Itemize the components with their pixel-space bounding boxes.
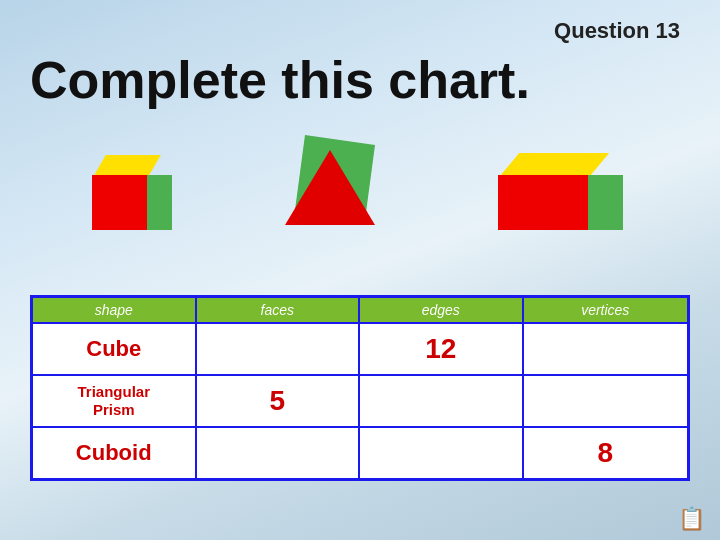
cell-cuboid-shape: Cuboid [33,428,197,478]
cell-cube-faces [197,324,361,374]
cuboid-right-face [588,175,623,230]
question-label: Question 13 [554,18,680,44]
prism-shape [275,130,395,230]
cube-shape [92,150,172,230]
header-vertices: vertices [524,298,688,322]
pencil-icon: 📋 [678,506,705,532]
header-edges: edges [360,298,524,322]
prism-label-line2: Prism [93,401,135,419]
chart-table: shape faces edges vertices Cube 12 Trian… [30,295,690,481]
shapes-area [0,130,720,230]
prism-svg [275,130,395,230]
cuboid-shape [498,145,628,230]
table-row: Cuboid 8 [33,428,687,478]
table-row: Cube 12 [33,324,687,376]
cell-cube-edges: 12 [360,324,524,374]
cube-top-face [94,155,161,175]
prism-label-line1: Triangular [77,383,150,401]
cell-cuboid-edges [360,428,524,478]
header-faces: faces [197,298,361,322]
cell-cuboid-faces [197,428,361,478]
cell-prism-faces: 5 [197,376,361,426]
cuboid-top-face [501,153,609,175]
cell-prism-edges [360,376,524,426]
table-row: Triangular Prism 5 [33,376,687,428]
cell-cube-vertices [524,324,688,374]
cuboid-front-face [498,175,588,230]
cell-prism-shape: Triangular Prism [33,376,197,426]
cube-front-face [92,175,147,230]
table-header: shape faces edges vertices [33,298,687,324]
cube-right-face [147,175,172,230]
cell-prism-vertices [524,376,688,426]
cell-cuboid-vertices: 8 [524,428,688,478]
cell-cube-shape: Cube [33,324,197,374]
main-title: Complete this chart. [30,50,530,110]
header-shape: shape [33,298,197,322]
